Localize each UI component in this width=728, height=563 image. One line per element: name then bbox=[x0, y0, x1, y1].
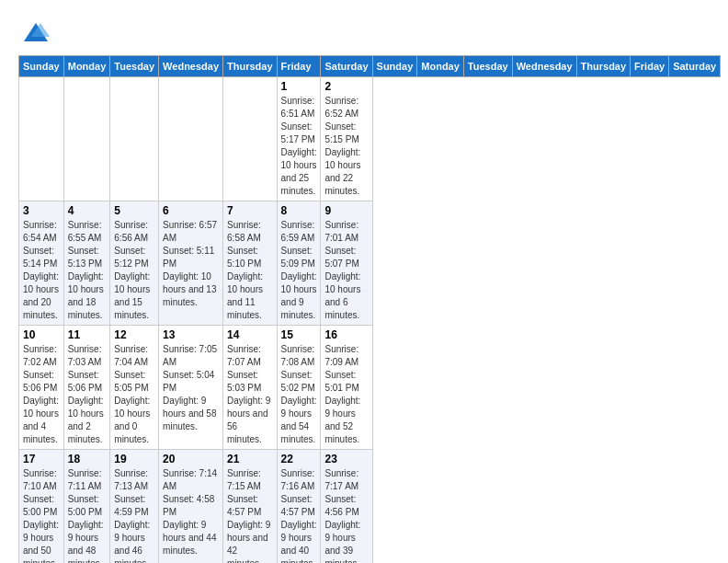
day-info: Sunrise: 7:01 AMSunset: 5:07 PMDaylight:… bbox=[324, 219, 368, 322]
calendar-cell bbox=[63, 77, 110, 201]
logo bbox=[18, 18, 50, 46]
calendar-week-row: 10Sunrise: 7:02 AMSunset: 5:06 PMDayligh… bbox=[19, 326, 721, 450]
header-saturday: Saturday bbox=[669, 56, 721, 77]
day-number: 12 bbox=[114, 328, 154, 341]
day-number: 15 bbox=[281, 328, 317, 341]
calendar-cell: 10Sunrise: 7:02 AMSunset: 5:06 PMDayligh… bbox=[19, 326, 64, 450]
day-number: 18 bbox=[68, 453, 107, 465]
calendar-cell: 13Sunrise: 7:05 AMSunset: 5:04 PMDayligh… bbox=[159, 326, 223, 450]
day-number: 11 bbox=[68, 328, 107, 341]
day-info: Sunrise: 7:08 AMSunset: 5:02 PMDaylight:… bbox=[281, 343, 317, 446]
header-thursday: Thursday bbox=[576, 56, 631, 77]
calendar-week-row: 1Sunrise: 6:51 AMSunset: 5:17 PMDaylight… bbox=[19, 77, 721, 201]
header-tuesday: Tuesday bbox=[463, 56, 512, 77]
calendar-cell: 15Sunrise: 7:08 AMSunset: 5:02 PMDayligh… bbox=[277, 326, 321, 450]
day-info: Sunrise: 7:02 AMSunset: 5:06 PMDaylight:… bbox=[23, 343, 60, 446]
day-info: Sunrise: 6:59 AMSunset: 5:09 PMDaylight:… bbox=[281, 219, 317, 322]
header-sunday: Sunday bbox=[19, 56, 64, 77]
day-info: Sunrise: 7:13 AMSunset: 4:59 PMDaylight:… bbox=[114, 467, 154, 563]
day-info: Sunrise: 7:16 AMSunset: 4:57 PMDaylight:… bbox=[281, 467, 317, 563]
calendar-cell: 14Sunrise: 7:07 AMSunset: 5:03 PMDayligh… bbox=[223, 326, 278, 450]
day-info: Sunrise: 6:58 AMSunset: 5:10 PMDaylight:… bbox=[227, 219, 273, 322]
calendar-cell: 6Sunrise: 6:57 AMSunset: 5:11 PMDaylight… bbox=[159, 201, 223, 326]
day-number: 14 bbox=[227, 328, 273, 341]
calendar-header-row: SundayMondayTuesdayWednesdayThursdayFrid… bbox=[19, 56, 721, 77]
header-thursday: Thursday bbox=[223, 56, 278, 77]
day-info: Sunrise: 6:54 AMSunset: 5:14 PMDaylight:… bbox=[23, 219, 60, 322]
calendar-cell bbox=[110, 77, 159, 201]
header-tuesday: Tuesday bbox=[110, 56, 159, 77]
day-number: 7 bbox=[227, 204, 273, 217]
calendar-cell: 4Sunrise: 6:55 AMSunset: 5:13 PMDaylight… bbox=[63, 201, 110, 326]
day-info: Sunrise: 6:57 AMSunset: 5:11 PMDaylight:… bbox=[163, 219, 219, 309]
calendar-week-row: 17Sunrise: 7:10 AMSunset: 5:00 PMDayligh… bbox=[19, 450, 721, 564]
page-header bbox=[18, 18, 710, 46]
day-number: 17 bbox=[23, 453, 60, 465]
calendar-cell bbox=[19, 77, 64, 201]
calendar-cell: 9Sunrise: 7:01 AMSunset: 5:07 PMDaylight… bbox=[321, 201, 372, 326]
header-friday: Friday bbox=[631, 56, 669, 77]
day-number: 5 bbox=[114, 204, 154, 217]
day-info: Sunrise: 6:55 AMSunset: 5:13 PMDaylight:… bbox=[68, 219, 107, 322]
day-info: Sunrise: 6:52 AMSunset: 5:15 PMDaylight:… bbox=[324, 95, 368, 198]
header-wednesday: Wednesday bbox=[159, 56, 223, 77]
day-number: 8 bbox=[281, 204, 317, 217]
calendar-cell: 7Sunrise: 6:58 AMSunset: 5:10 PMDaylight… bbox=[223, 201, 278, 326]
calendar-cell: 17Sunrise: 7:10 AMSunset: 5:00 PMDayligh… bbox=[19, 450, 64, 564]
calendar-cell: 19Sunrise: 7:13 AMSunset: 4:59 PMDayligh… bbox=[110, 450, 159, 564]
day-info: Sunrise: 6:56 AMSunset: 5:12 PMDaylight:… bbox=[114, 219, 154, 322]
calendar-table: SundayMondayTuesdayWednesdayThursdayFrid… bbox=[18, 55, 721, 563]
calendar-cell: 3Sunrise: 6:54 AMSunset: 5:14 PMDaylight… bbox=[19, 201, 64, 326]
day-number: 13 bbox=[163, 328, 219, 341]
day-number: 21 bbox=[227, 453, 273, 465]
day-info: Sunrise: 7:17 AMSunset: 4:56 PMDaylight:… bbox=[324, 467, 368, 563]
header-monday: Monday bbox=[63, 56, 110, 77]
day-info: Sunrise: 7:05 AMSunset: 5:04 PMDaylight:… bbox=[163, 343, 219, 433]
day-info: Sunrise: 6:51 AMSunset: 5:17 PMDaylight:… bbox=[281, 95, 317, 198]
day-number: 2 bbox=[324, 80, 368, 93]
day-number: 4 bbox=[68, 204, 107, 217]
logo-icon bbox=[22, 18, 50, 46]
calendar-cell: 23Sunrise: 7:17 AMSunset: 4:56 PMDayligh… bbox=[321, 450, 372, 564]
day-info: Sunrise: 7:15 AMSunset: 4:57 PMDaylight:… bbox=[227, 467, 273, 563]
day-number: 10 bbox=[23, 328, 60, 341]
day-number: 9 bbox=[324, 204, 368, 217]
calendar-week-row: 3Sunrise: 6:54 AMSunset: 5:14 PMDaylight… bbox=[19, 201, 721, 326]
day-info: Sunrise: 7:04 AMSunset: 5:05 PMDaylight:… bbox=[114, 343, 154, 446]
calendar-cell bbox=[159, 77, 223, 201]
calendar-cell: 11Sunrise: 7:03 AMSunset: 5:06 PMDayligh… bbox=[63, 326, 110, 450]
header-monday: Monday bbox=[417, 56, 464, 77]
calendar-cell: 18Sunrise: 7:11 AMSunset: 5:00 PMDayligh… bbox=[63, 450, 110, 564]
day-number: 22 bbox=[281, 453, 317, 465]
day-number: 19 bbox=[114, 453, 154, 465]
day-info: Sunrise: 7:14 AMSunset: 4:58 PMDaylight:… bbox=[163, 467, 219, 557]
day-number: 20 bbox=[163, 453, 219, 465]
calendar-cell: 12Sunrise: 7:04 AMSunset: 5:05 PMDayligh… bbox=[110, 326, 159, 450]
calendar-cell: 22Sunrise: 7:16 AMSunset: 4:57 PMDayligh… bbox=[277, 450, 321, 564]
calendar-cell: 8Sunrise: 6:59 AMSunset: 5:09 PMDaylight… bbox=[277, 201, 321, 326]
day-info: Sunrise: 7:10 AMSunset: 5:00 PMDaylight:… bbox=[23, 467, 60, 563]
header-friday: Friday bbox=[277, 56, 321, 77]
header-wednesday: Wednesday bbox=[512, 56, 576, 77]
calendar-cell: 21Sunrise: 7:15 AMSunset: 4:57 PMDayligh… bbox=[223, 450, 278, 564]
calendar-cell bbox=[223, 77, 278, 201]
header-sunday: Sunday bbox=[372, 56, 417, 77]
day-number: 1 bbox=[281, 80, 317, 93]
day-number: 3 bbox=[23, 204, 60, 217]
day-number: 16 bbox=[324, 328, 368, 341]
day-info: Sunrise: 7:07 AMSunset: 5:03 PMDaylight:… bbox=[227, 343, 273, 446]
calendar-cell: 16Sunrise: 7:09 AMSunset: 5:01 PMDayligh… bbox=[321, 326, 372, 450]
day-number: 6 bbox=[163, 204, 219, 217]
calendar-cell: 2Sunrise: 6:52 AMSunset: 5:15 PMDaylight… bbox=[321, 77, 372, 201]
calendar-cell: 20Sunrise: 7:14 AMSunset: 4:58 PMDayligh… bbox=[159, 450, 223, 564]
day-info: Sunrise: 7:09 AMSunset: 5:01 PMDaylight:… bbox=[324, 343, 368, 446]
day-info: Sunrise: 7:11 AMSunset: 5:00 PMDaylight:… bbox=[68, 467, 107, 563]
calendar-cell: 1Sunrise: 6:51 AMSunset: 5:17 PMDaylight… bbox=[277, 77, 321, 201]
header-saturday: Saturday bbox=[321, 56, 372, 77]
day-info: Sunrise: 7:03 AMSunset: 5:06 PMDaylight:… bbox=[68, 343, 107, 446]
calendar-cell: 5Sunrise: 6:56 AMSunset: 5:12 PMDaylight… bbox=[110, 201, 159, 326]
day-number: 23 bbox=[324, 453, 368, 465]
